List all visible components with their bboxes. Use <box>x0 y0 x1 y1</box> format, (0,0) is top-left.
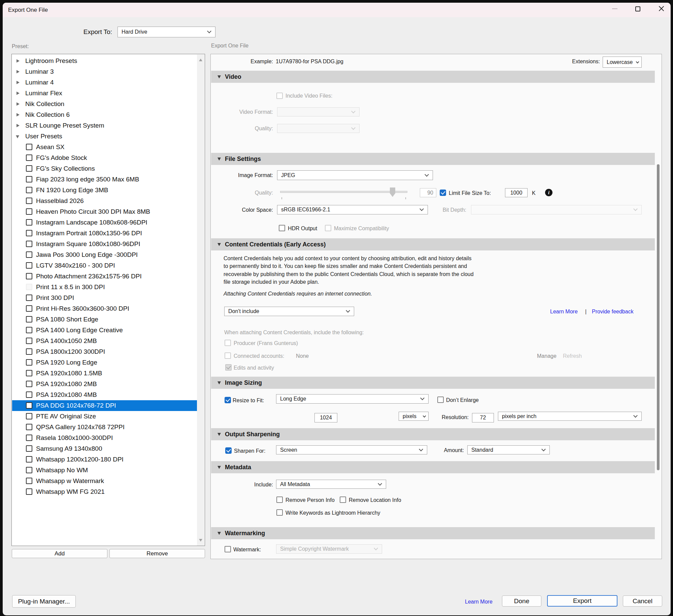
list-item[interactable]: PTE AV Original Size <box>12 411 198 422</box>
preset-checkbox[interactable] <box>26 467 32 473</box>
list-item[interactable]: Jawa Pos 3000 Long Edge -300DPI <box>12 249 198 260</box>
tree-group[interactable]: Luminar 3 <box>12 66 198 77</box>
preset-checkbox[interactable] <box>26 456 32 463</box>
maximize-icon[interactable] <box>635 6 640 11</box>
hdr-output-checkbox[interactable] <box>279 225 285 231</box>
list-item[interactable]: FG's Adobe Stock <box>12 152 198 163</box>
list-item[interactable]: LGTV 3840x2160 - 300 DPI <box>12 260 198 271</box>
preset-checkbox[interactable] <box>26 198 32 204</box>
preset-checkbox[interactable] <box>26 273 32 279</box>
limit-file-size-input[interactable]: 1000 <box>505 188 528 197</box>
section-output-sharpening[interactable]: Output Sharpening <box>211 428 655 440</box>
minimize-icon[interactable] <box>612 8 617 9</box>
list-item[interactable]: Rasela 1080x1000-300DPI <box>12 433 198 443</box>
quality-slider-track[interactable] <box>280 191 407 193</box>
preset-checkbox[interactable] <box>26 435 32 441</box>
metadata-include-dropdown[interactable]: All Metadata <box>276 480 386 489</box>
export-to-dropdown[interactable]: Hard Drive <box>117 27 215 37</box>
list-item[interactable]: PSA 1800x1200 300DPI <box>12 346 198 357</box>
list-item[interactable]: Heaven Photo Circuit 300 DPI Max 8MB <box>12 206 198 217</box>
list-item[interactable]: PSA 1920x1080 1.5MB <box>12 368 198 379</box>
done-button[interactable]: Done <box>502 595 541 607</box>
preset-checkbox[interactable] <box>26 381 32 387</box>
provide-feedback-link[interactable]: Provide feedback <box>592 309 634 315</box>
list-item[interactable]: Photo Attachment 2362x1575-96 DPI <box>12 271 198 282</box>
triangle-collapsed-icon[interactable] <box>16 81 20 84</box>
preset-checkbox[interactable] <box>26 359 32 366</box>
resize-to-fit-dropdown[interactable]: Long Edge <box>276 394 429 404</box>
preset-checkbox[interactable] <box>26 338 32 344</box>
section-watermarking[interactable]: Watermarking <box>211 527 655 539</box>
triangle-collapsed-icon[interactable] <box>16 113 20 116</box>
preset-checkbox[interactable] <box>26 208 32 215</box>
preset-checkbox[interactable] <box>26 402 32 409</box>
list-item[interactable]: PSA 1080 Short Edge <box>12 314 198 325</box>
amount-dropdown[interactable]: Standard <box>467 445 550 454</box>
list-item[interactable]: PSA 1920x1080 2MB <box>12 379 198 389</box>
preset-checkbox[interactable] <box>26 155 32 161</box>
write-keywords-checkbox[interactable] <box>276 509 283 516</box>
triangle-collapsed-icon[interactable] <box>16 92 20 95</box>
quality-value-box[interactable]: 90 <box>420 188 436 197</box>
preset-checkbox[interactable] <box>26 251 32 258</box>
quality-slider-thumb[interactable] <box>390 187 395 197</box>
section-metadata[interactable]: Metadata <box>211 461 655 473</box>
tree-group[interactable]: Luminar Flex <box>12 88 198 99</box>
list-item[interactable]: Print Hi-Res 3600x3600-300 DPI <box>12 303 198 314</box>
remove-person-info-checkbox[interactable] <box>276 497 283 503</box>
resize-to-fit-checkbox[interactable] <box>225 397 231 403</box>
list-item[interactable]: Whatsapp 1200x1200-180 DPI <box>12 454 198 465</box>
preset-checkbox[interactable] <box>26 295 32 301</box>
preset-checkbox[interactable] <box>26 230 32 236</box>
preset-checkbox[interactable] <box>26 316 32 322</box>
export-button[interactable]: Export <box>547 595 617 607</box>
list-item[interactable]: Samsung A9 1340x800 <box>12 443 198 454</box>
section-video[interactable]: Video <box>211 71 655 83</box>
list-item[interactable]: PSA 1400 Long Edge Creative <box>12 325 198 336</box>
preset-checkbox[interactable] <box>26 262 32 269</box>
tree-group[interactable]: Nik Collection 6 <box>12 109 198 120</box>
preset-checkbox[interactable] <box>26 391 32 398</box>
tree-group[interactable]: Luminar 4 <box>12 77 198 88</box>
list-item[interactable]: Instagram Landscape 1080x608-96DPI <box>12 217 198 228</box>
manage-link[interactable]: Manage <box>537 353 557 359</box>
list-item[interactable]: FG's Sky Collections <box>12 163 198 174</box>
list-item[interactable]: Fiap 2023 long edge 3500 Max 6MB <box>12 174 198 185</box>
triangle-expanded-icon[interactable] <box>16 135 19 138</box>
preset-checkbox[interactable] <box>26 370 32 376</box>
tree-group[interactable]: User Presets <box>12 131 198 142</box>
preset-checkbox[interactable] <box>26 413 32 419</box>
list-item[interactable]: FN 1920 Long Edge 3MB <box>12 185 198 196</box>
sharpen-for-checkbox[interactable] <box>225 447 232 454</box>
footer-learn-more-link[interactable]: Learn More <box>465 599 493 605</box>
extensions-dropdown[interactable]: Lowercase <box>603 57 642 68</box>
preset-checkbox[interactable] <box>26 187 32 193</box>
tree-group[interactable]: SLR Lounge Preset System <box>12 120 198 131</box>
list-item[interactable]: Hasselblad 2026 <box>12 196 198 206</box>
list-item[interactable]: Asean SX <box>12 142 198 152</box>
preset-checkbox[interactable] <box>26 488 32 495</box>
list-item[interactable]: Print 11 x 8.5 in 300 DPI <box>12 282 198 293</box>
triangle-collapsed-icon[interactable] <box>16 102 20 106</box>
preset-checkbox[interactable] <box>26 176 32 182</box>
list-item[interactable]: PSA 1920 Long Edge <box>12 357 198 368</box>
list-item[interactable]: QPSA Gallery 1024x768 72PPI <box>12 422 198 433</box>
remove-location-info-checkbox[interactable] <box>340 497 346 503</box>
preset-checkbox[interactable] <box>26 284 32 290</box>
preset-checkbox[interactable] <box>26 478 32 484</box>
list-item[interactable]: Whatsapp w Watermark <box>12 476 198 486</box>
remove-button[interactable]: Remove <box>109 549 205 558</box>
scroll-up-icon[interactable] <box>199 59 202 61</box>
list-item[interactable]: PSA 1400x1050 2MB <box>12 336 198 346</box>
scroll-down-icon[interactable] <box>199 539 202 542</box>
preset-checkbox[interactable] <box>26 305 32 312</box>
add-button[interactable]: Add <box>12 549 107 558</box>
preset-checkbox[interactable] <box>26 327 32 333</box>
tree-group[interactable]: Lightroom Presets <box>12 56 198 66</box>
section-image-sizing[interactable]: Image Sizing <box>211 377 655 389</box>
dont-enlarge-checkbox[interactable] <box>437 397 444 403</box>
section-file-settings[interactable]: File Settings <box>211 153 655 165</box>
list-item[interactable]: Whatsapp No WM <box>12 465 198 476</box>
list-item[interactable]: Whatsapp WM FG 2021 <box>12 486 198 497</box>
size-input[interactable]: 1024 <box>314 413 337 422</box>
